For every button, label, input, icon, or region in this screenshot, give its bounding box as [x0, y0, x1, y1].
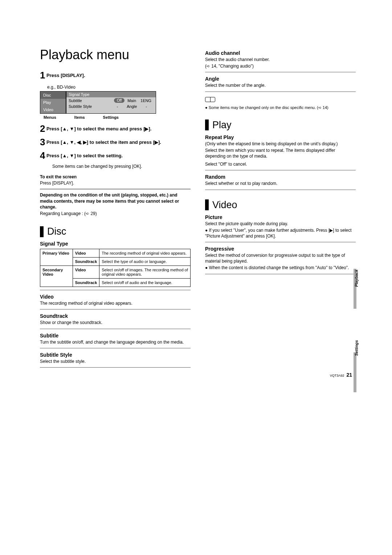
random-body: Select whether or not to play random.	[205, 181, 356, 186]
cell: Secondary Video	[40, 266, 73, 287]
menu-tab-disc: Disc	[40, 92, 66, 99]
divider	[40, 348, 191, 348]
section-title: Disc	[47, 226, 66, 237]
step-text: Press [▲, ▼, ◀, ▶] to select the item an…	[46, 139, 161, 145]
section-play: Play	[205, 119, 356, 131]
page-footer: VQT3A92 21	[330, 372, 352, 378]
section-marker-icon	[40, 226, 44, 237]
menu-row-signal: Signal Type	[66, 92, 156, 97]
menu-right-col: Signal Type Subtitle Off Main 1ENG Subti…	[66, 91, 156, 114]
page-number: 21	[346, 372, 352, 378]
legend-menus: Menus	[44, 115, 56, 119]
divider	[205, 190, 356, 190]
cell: Soundtrack	[73, 279, 99, 287]
step-text: Press [▲, ▼] to select the setting.	[46, 153, 123, 158]
soundtrack-heading: Soundtrack	[40, 313, 191, 319]
side-tab-playback: Playback	[354, 270, 359, 287]
step-text: Press [DISPLAY].	[46, 73, 85, 78]
picture-bullet: ● If you select "User", you can make fur…	[205, 227, 356, 239]
legend-settings: Settings	[103, 115, 119, 119]
cell: Video	[73, 266, 99, 279]
cell: Soundtrack	[73, 258, 99, 266]
step-number: 2	[40, 123, 45, 134]
side-tab-bar	[354, 352, 356, 392]
video-heading: Video	[40, 294, 191, 300]
table-row: Primary Video Video The recording method…	[40, 249, 191, 258]
section-title: Play	[212, 119, 232, 131]
menu-row-subtitle: Subtitle Off Main 1ENG	[66, 97, 156, 104]
repeat-play-cancel: Select "Off" to cancel.	[205, 161, 356, 167]
menu-row-subtitle-style: Subtitle Style - Angle -	[66, 104, 156, 109]
signal-type-table: Primary Video Video The recording method…	[40, 249, 191, 287]
onscreen-menu-illustration: Disc Play Video Signal Type Subtitle Off…	[40, 91, 156, 114]
section-marker-icon	[205, 199, 209, 210]
side-tab-settings: Settings	[354, 340, 359, 356]
divider	[205, 274, 356, 274]
menu-tab-video: Video	[40, 106, 66, 113]
audio-channel-heading: Audio channel	[205, 50, 356, 56]
exit-heading: To exit the screen	[40, 174, 191, 179]
page-title: Playback menu	[40, 47, 191, 62]
step-2: 2 Press [▲, ▼] to select the menu and pr…	[40, 123, 191, 134]
section-marker-icon	[205, 119, 209, 130]
cell: The recording method of original video a…	[99, 249, 191, 258]
random-heading: Random	[205, 174, 356, 180]
picture-body: Select the picture quality mode during p…	[205, 221, 356, 227]
menu-tab-play: Play	[40, 99, 66, 106]
divider	[205, 170, 356, 170]
menu-legend: Menus Items Settings	[44, 115, 191, 119]
step-4: 4 Press [▲, ▼] to select the setting.	[40, 150, 191, 161]
divider	[40, 367, 191, 368]
divider	[40, 189, 191, 189]
cell: Select on/off of audio and the language.	[99, 279, 191, 287]
video-body: The recording method of original video a…	[40, 300, 191, 306]
audio-channel-ref: (➪ 14, "Changing audio")	[205, 63, 356, 69]
cell: Primary Video	[40, 249, 73, 266]
example-label: e.g., BD-Video	[47, 85, 191, 90]
repeat-play-heading: Repeat Play	[205, 134, 356, 140]
repeat-play-body2: Select the item which you want to repeat…	[205, 147, 356, 159]
cell: Select the type of audio or language.	[99, 258, 191, 266]
divider	[40, 290, 191, 290]
note-bullet: ● Some items may be changed only on the …	[205, 105, 356, 110]
menu-left-col: Disc Play Video	[40, 91, 66, 114]
progressive-body: Select the method of conversion for prog…	[205, 252, 356, 264]
divider	[205, 242, 356, 242]
step-1: 1 Press [DISPLAY].	[40, 70, 191, 81]
subtitle-style-heading: Subtitle Style	[40, 352, 191, 358]
angle-heading: Angle	[205, 76, 356, 82]
doc-id: VQT3A92	[330, 374, 344, 377]
audio-channel-body: Select the audio channel number.	[205, 57, 356, 62]
legend-items: Items	[74, 115, 85, 119]
progressive-heading: Progressive	[205, 246, 356, 252]
section-title: Video	[212, 199, 237, 211]
angle-body: Select the number of the angle.	[205, 82, 356, 88]
divider	[205, 92, 356, 92]
signal-type-heading: Signal Type	[40, 241, 191, 247]
step-text: Press [▲, ▼] to select the menu and pres…	[46, 126, 151, 131]
exit-body: Press [DISPLAY].	[40, 180, 191, 186]
note-icon	[205, 97, 215, 102]
cell: Select on/off of images. The recording m…	[99, 266, 191, 279]
divider	[40, 329, 191, 329]
soundtrack-body: Show or change the soundtrack.	[40, 320, 191, 325]
picture-heading: Picture	[205, 214, 356, 220]
repeat-play-body: (Only when the elapsed time is being dis…	[205, 141, 356, 147]
section-video: Video	[205, 199, 356, 211]
step-number: 4	[40, 150, 45, 161]
step-4-note: Some items can be changed by pressing [O…	[52, 163, 191, 169]
progressive-bullet: ● When the content is distorted change t…	[205, 265, 356, 271]
table-row: Secondary Video Video Select on/off of i…	[40, 266, 191, 279]
condition-note: Depending on the condition of the unit (…	[40, 192, 191, 210]
subtitle-style-body: Select the subtitle style.	[40, 358, 191, 364]
step-number: 1	[40, 70, 45, 81]
cell: Video	[73, 249, 99, 258]
step-3: 3 Press [▲, ▼, ◀, ▶] to select the item …	[40, 137, 191, 148]
divider	[205, 72, 356, 72]
subtitle-body: Turn the subtitle on/off, and change the…	[40, 339, 191, 345]
section-disc: Disc	[40, 226, 191, 237]
divider	[40, 309, 191, 309]
language-ref: Regarding Language : (➪ 29)	[40, 211, 191, 216]
step-number: 3	[40, 137, 45, 148]
subtitle-heading: Subtitle	[40, 333, 191, 339]
